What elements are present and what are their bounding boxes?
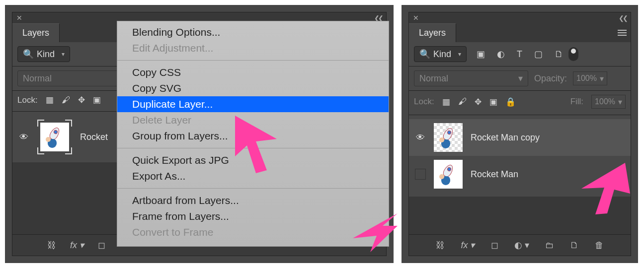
visibility-toggle-empty[interactable] (415, 169, 426, 180)
filter-shape-icon[interactable]: ▢ (534, 49, 543, 60)
visibility-eye-icon[interactable]: 👁 (18, 132, 29, 142)
filter-kind-dropdown[interactable]: 🔍 Kind ▾ (414, 46, 467, 62)
group-icon[interactable]: 🗀 (545, 240, 554, 251)
trash-icon[interactable]: 🗑 (595, 240, 604, 251)
svg-marker-1 (353, 213, 398, 252)
lock-transparency-icon[interactable]: ▦ (46, 95, 54, 105)
layer-filter-row: 🔍 Kind ▾ ▣ ◐ T ▢ 🗋 (409, 42, 631, 67)
layer-mask-icon[interactable]: ◻ (98, 240, 105, 251)
opacity-value: 100% (576, 74, 597, 83)
lock-position-icon[interactable]: ✥ (78, 95, 85, 105)
svg-marker-0 (235, 116, 277, 173)
filter-kind-label: Kind (37, 49, 55, 60)
layers-panel-before: ✕ ❮❮ Layers 🔍 Kind ▾ Normal Lock: (5, 5, 394, 263)
lock-label: Lock: (414, 97, 434, 107)
chevron-down-icon: ▾ (62, 51, 65, 58)
blend-mode-dropdown[interactable]: Normal ▾ (414, 70, 528, 86)
blend-mode-value: Normal (23, 73, 52, 84)
layer-fx-icon[interactable]: fx ▾ (461, 240, 475, 251)
filter-kind-dropdown[interactable]: 🔍 Kind ▾ (17, 46, 70, 62)
menu-artboard-from-layers[interactable]: Artboard from Layers... (117, 193, 389, 208)
link-layers-icon[interactable]: ⛓ (47, 240, 56, 251)
lock-row: Lock: ▦ 🖌 ✥ ▣ 🔒 Fill: 100% ▾ (409, 91, 631, 115)
layers-panel-after: ✕ ❮❮ Layers 🔍 Kind ▾ ▣ ◐ T ▢ 🗋 (402, 5, 638, 263)
layer-row[interactable]: 👁 Rocket Man copy (409, 119, 631, 156)
layer-thumbnail[interactable] (434, 160, 463, 189)
layer-name[interactable]: Rocket Man copy (471, 133, 540, 143)
lock-artboard-icon[interactable]: ▣ (489, 97, 497, 107)
chevron-down-icon: ▾ (518, 73, 523, 84)
filter-smartobject-icon[interactable]: 🗋 (555, 49, 564, 60)
smart-object-frame (37, 120, 72, 154)
blend-mode-row: Normal ▾ Opacity: 100% ▾ (409, 67, 631, 91)
menu-separator (117, 188, 389, 189)
menu-copy-svg[interactable]: Copy SVG (117, 80, 389, 96)
panel-bottom-bar: ⛓ fx ▾ ◻ ◐ ▾ 🗀 🗋 🗑 (409, 234, 631, 256)
filter-toggle[interactable] (568, 47, 578, 61)
adjustment-layer-icon[interactable]: ◐ ▾ (514, 240, 529, 251)
filter-type-icon[interactable]: T (517, 49, 522, 60)
filter-adjustment-icon[interactable]: ◐ (497, 49, 505, 60)
menu-duplicate-layer[interactable]: Duplicate Layer... (117, 96, 389, 112)
rocket-man-artwork (437, 127, 459, 148)
new-layer-icon[interactable]: 🗋 (570, 240, 579, 251)
tab-label: Layers (22, 28, 49, 38)
chevron-down-icon: ▾ (618, 97, 622, 107)
menu-edit-adjustment: Edit Adjustment... (117, 40, 389, 56)
filter-type-icons: ▣ ◐ T ▢ 🗋 (477, 49, 564, 60)
lock-brush-icon[interactable]: 🖌 (458, 97, 467, 107)
menu-separator (117, 60, 389, 61)
fill-value: 100% (595, 97, 615, 106)
chevron-down-icon: ▾ (458, 51, 461, 58)
menu-blending-options[interactable]: Blending Options... (117, 24, 389, 40)
panel-menu-icon[interactable] (614, 23, 631, 42)
search-icon: 🔍 (419, 49, 430, 60)
svg-marker-2 (581, 163, 630, 214)
visibility-eye-icon[interactable]: 👁 (415, 133, 426, 143)
blend-mode-value: Normal (419, 73, 448, 84)
rocket-man-artwork (44, 126, 66, 148)
lock-artboard-icon[interactable]: ▣ (93, 95, 101, 105)
lock-brush-icon[interactable]: 🖌 (62, 95, 70, 105)
layer-thumbnail[interactable] (434, 123, 463, 152)
tab-label: Layers (419, 28, 446, 38)
tab-layers[interactable]: Layers (409, 23, 456, 42)
menu-copy-css[interactable]: Copy CSS (117, 65, 389, 80)
collapse-icon[interactable]: ❮❮ (619, 14, 627, 22)
layer-name[interactable]: Rocket (80, 132, 108, 142)
filter-pixel-icon[interactable]: ▣ (477, 49, 485, 60)
opacity-label: Opacity: (534, 73, 567, 84)
layer-name[interactable]: Rocket Man (471, 169, 518, 180)
layer-thumbnail[interactable] (40, 123, 69, 151)
close-icon[interactable]: ✕ (16, 14, 22, 22)
rocket-man-artwork (437, 163, 459, 185)
panel-topbar: ✕ ❮❮ (409, 12, 631, 23)
fill-input[interactable]: 100% ▾ (591, 95, 626, 109)
layer-mask-icon[interactable]: ◻ (491, 240, 498, 251)
chevron-down-icon: ▾ (600, 74, 604, 83)
tab-layers[interactable]: Layers (12, 23, 60, 42)
search-icon: 🔍 (23, 49, 34, 60)
fill-label: Fill: (570, 97, 583, 107)
close-icon[interactable]: ✕ (413, 14, 419, 22)
lock-position-icon[interactable]: ✥ (475, 97, 482, 107)
filter-kind-label: Kind (433, 49, 451, 60)
lock-all-icon[interactable]: 🔒 (505, 97, 516, 107)
lock-label: Lock: (17, 95, 38, 105)
link-layers-icon[interactable]: ⛓ (436, 240, 445, 251)
opacity-input[interactable]: 100% ▾ (573, 71, 607, 85)
lock-transparency-icon[interactable]: ▦ (442, 97, 450, 107)
layer-fx-icon[interactable]: fx ▾ (70, 240, 84, 251)
